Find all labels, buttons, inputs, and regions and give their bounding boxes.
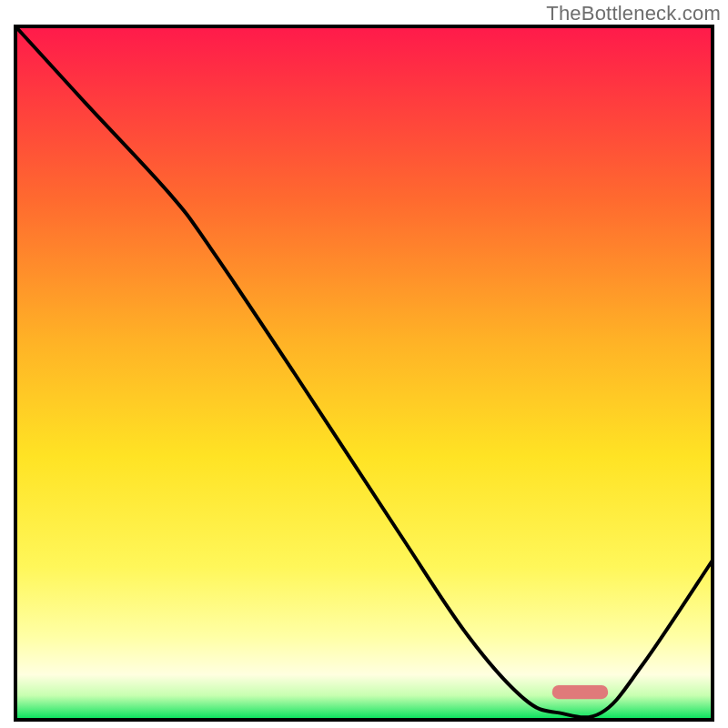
bottleneck-chart xyxy=(14,25,714,725)
optimal-range-marker xyxy=(552,685,608,699)
watermark-text: TheBottleneck.com xyxy=(546,2,721,25)
plot-background xyxy=(15,26,713,720)
chart-container xyxy=(14,25,714,723)
